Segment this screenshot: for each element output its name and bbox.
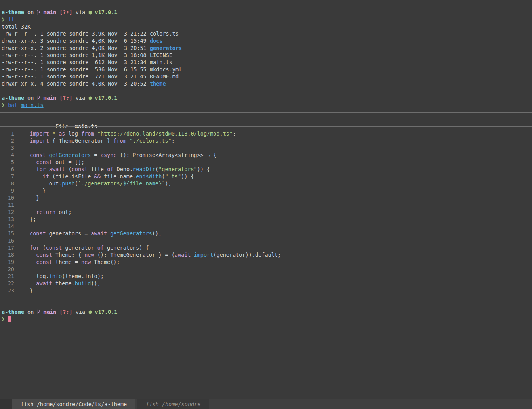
text-segment: out; [55,209,72,215]
code-content [25,237,30,244]
line-number: 15 [0,230,25,237]
text-segment [30,173,43,180]
bat-code-line: 16 [0,237,532,244]
terminal-line [2,315,532,323]
text-segment: await [49,166,65,172]
text-segment: import [30,138,49,144]
text-segment: Theme(); [91,259,120,265]
line-number: 20 [0,266,25,273]
text-segment: theme = [52,259,81,265]
code-content: }; [25,216,36,223]
text-segment: ll [8,16,14,23]
text-segment: await [175,252,191,258]
text-segment [126,138,130,144]
text-segment: const [30,230,46,237]
bat-code-line: 23} [0,287,532,294]
shell-scrollback-top: a-theme on main [?⇡] via v17.0.1 lltotal… [2,2,532,109]
text-segment: README.md [150,73,179,80]
tabbar-left-spacer [0,399,12,409]
text-segment [191,252,194,258]
text-segment: ( [75,180,78,187]
text-segment: from [113,138,126,144]
terminal-line: -rw-r--r--. 1 sondre sondre 612 Nov 3 21… [2,59,532,66]
text-segment [107,230,110,237]
text-segment: } [30,187,46,194]
terminal-line [2,2,532,9]
text-segment: drwxr-xr-x. 2 sondre sondre 4,0K Nov 3 2… [2,45,150,51]
line-number: 11 [0,201,25,208]
bat-code-line: 10 } [0,194,532,201]
bat-code-line: 12 return out; [0,208,532,216]
text-segment: ( [39,245,46,251]
text-segment: && [94,173,101,180]
line-number: 18 [0,251,25,258]
terminal-tab-2[interactable]: fish /home/sondre [137,399,209,409]
code-content: if (file.isFile && file.name.endsWith(".… [25,173,194,180]
terminal-tab-1[interactable]: fish /home/sondre/Code/ts/a-theme [12,399,135,409]
text-segment: v17.0.1 [95,309,118,315]
line-number: 19 [0,258,25,266]
bat-code-line: 7 if (file.isFile && file.name.endsWith(… [0,173,532,180]
text-segment: ${file.name} [123,180,162,187]
line-number: 6 [0,166,25,173]
text-segment: -rw-r--r--. 1 sondre sondre 3,9K Nov 3 2… [2,31,150,37]
text-segment: for [30,245,39,251]
text-segment: (theme.info); [62,273,104,279]
text-segment: { ThemeGenerator } [49,138,114,144]
text-segment [30,209,36,215]
text-segment: import [194,252,214,258]
line-number: 4 [0,151,25,159]
text-segment [30,252,36,258]
text-segment: import [30,130,52,137]
text-segment: endsWith [136,173,162,180]
text-segment: const [30,152,46,158]
bat-bottom-rule [0,294,532,301]
text-segment: main.ts [150,59,172,65]
text-segment: new [84,252,94,258]
text-segment [30,280,36,287]
text-segment [46,152,49,158]
code-content: } [25,287,33,294]
chevron-icon [2,16,5,23]
text-segment: (); [91,280,100,287]
text-segment [18,102,21,108]
text-segment: main.ts [21,102,44,108]
text-segment: ; [172,138,175,144]
code-content: for (const generator of generators) { [25,244,149,251]
code-content [25,144,30,151]
text-segment [40,95,43,101]
text-segment: file [88,166,107,172]
terminal-line: a-theme on main [?⇡] via v17.0.1 [2,94,532,101]
text-segment: } [30,195,39,201]
bat-code-line: 2import { ThemeGenerator } from "./color… [0,137,532,144]
text-segment: const [36,159,52,165]
bat-code-line: 4const getGenerators = async (): Promise… [0,151,532,159]
line-number: 2 [0,137,25,144]
text-segment: readDir [133,166,155,172]
text-segment: = [91,152,100,158]
chevron-icon [2,315,5,323]
code-content [25,266,30,273]
terminal-line: drwxr-xr-x. 4 sondre sondre 4,0K Nov 3 2… [2,80,532,87]
terminal-output: a-theme on main [?⇡] via v17.0.1 lltotal… [0,0,532,399]
text-segment: as [59,130,65,137]
bat-code-line: 13}; [0,216,532,223]
bat-code-line: 3 [0,144,532,151]
code-content: const getGenerators = async (): Promise<… [25,151,216,159]
text-segment: LICENSE [150,52,172,58]
text-segment: `./generators/ [78,180,123,187]
text-segment: ; [233,130,236,137]
code-content: const generators = await getGenerators()… [25,230,162,237]
text-segment: }; [30,216,36,222]
bat-code-line: 6 for await (const file of Deno.readDir(… [0,166,532,173]
line-number: 22 [0,280,25,287]
text-segment [56,95,59,101]
terminal-line [2,301,532,308]
text-segment: ( [155,166,158,172]
bat-header-gutter [0,116,25,123]
text-segment: theme [150,80,166,87]
text-segment: ".ts" [165,173,181,180]
text-segment: a-theme [2,95,24,101]
line-number: 12 [0,208,25,216]
text-segment [5,102,8,108]
